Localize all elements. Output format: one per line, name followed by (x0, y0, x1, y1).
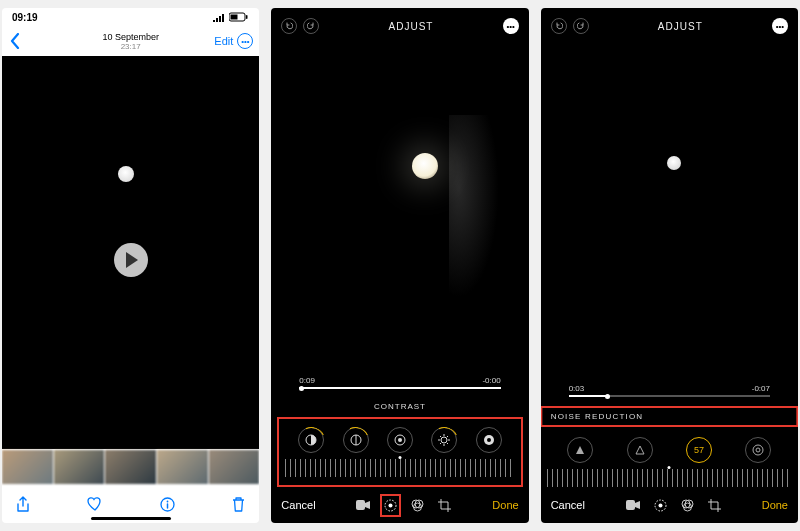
highlights-icon (394, 434, 406, 446)
dial-exposure[interactable] (343, 427, 369, 453)
tab-adjust[interactable] (384, 499, 397, 512)
dial-vignette[interactable] (745, 437, 771, 463)
home-indicator[interactable] (91, 517, 171, 520)
editor-topbar: ADJUST ••• (541, 8, 798, 44)
dial-vignette[interactable] (476, 427, 502, 453)
editor-canvas[interactable] (271, 44, 528, 376)
editor-canvas[interactable] (541, 44, 798, 384)
dial-brightness[interactable] (431, 427, 457, 453)
tab-video[interactable] (356, 500, 370, 510)
vignette-icon (752, 444, 764, 456)
trash-icon (232, 497, 245, 512)
playhead[interactable] (299, 386, 304, 391)
status-icons (212, 12, 249, 22)
photos-viewer-screen: 09:19 10 September 23:17 Edit ••• HDR (2, 8, 259, 523)
svg-rect-20 (626, 500, 635, 510)
moon-icon (667, 156, 681, 170)
edit-button[interactable]: Edit (214, 35, 233, 47)
timeline-remaining: -0:07 (752, 384, 770, 393)
editor-bottombar: Cancel Done (271, 487, 528, 523)
tab-adjust[interactable] (654, 499, 667, 512)
play-button[interactable] (114, 243, 148, 277)
crop-icon (438, 499, 451, 512)
info-icon (160, 497, 175, 512)
svg-point-14 (389, 503, 393, 507)
favorite-button[interactable] (87, 497, 103, 511)
signal-icon (212, 13, 226, 22)
tab-filters[interactable] (411, 499, 424, 512)
tab-filters[interactable] (681, 499, 694, 512)
svg-point-22 (658, 503, 662, 507)
highlight-box (277, 417, 522, 487)
filters-icon (411, 499, 424, 512)
timeline-elapsed: 0:03 (569, 384, 585, 393)
done-button[interactable]: Done (762, 499, 788, 511)
undo-button[interactable] (551, 18, 567, 34)
delete-button[interactable] (232, 497, 245, 512)
dial-noise-reduction[interactable]: 57 (686, 437, 712, 463)
timeline-track[interactable] (299, 387, 500, 389)
brightness-icon (438, 434, 450, 446)
media-viewport[interactable] (2, 56, 259, 449)
editor-more-button[interactable]: ••• (772, 18, 788, 34)
info-button[interactable] (160, 497, 175, 512)
editor-more-button[interactable]: ••• (503, 18, 519, 34)
timeline-remaining: -0:00 (482, 376, 500, 385)
adjustment-slider[interactable] (547, 469, 792, 487)
dial-sharpness[interactable] (567, 437, 593, 463)
timeline[interactable]: 0:09 -0:00 (271, 376, 528, 392)
thumb[interactable] (54, 450, 105, 484)
svg-point-6 (351, 435, 361, 445)
tab-crop[interactable] (438, 499, 451, 512)
tool-tabs (356, 499, 451, 512)
status-bar: 09:19 (2, 8, 259, 26)
adjust-contrast-screen: ADJUST ••• 0:09 -0:00 CONTRAST Cancel (271, 8, 528, 523)
contrast-icon (305, 434, 317, 446)
thumb[interactable] (105, 450, 156, 484)
redo-button[interactable] (303, 18, 319, 34)
moon-icon (412, 153, 438, 179)
more-button[interactable]: ••• (237, 33, 253, 49)
thumb[interactable] (2, 450, 53, 484)
status-time: 09:19 (12, 12, 38, 23)
editor-topbar: ADJUST ••• (271, 8, 528, 44)
svg-point-5 (306, 435, 316, 445)
svg-point-4 (167, 500, 169, 502)
timeline-track[interactable] (569, 395, 770, 397)
cloud-shape (449, 115, 499, 298)
redo-button[interactable] (573, 18, 589, 34)
svg-point-25 (683, 503, 691, 511)
thumbnail-strip[interactable] (2, 449, 259, 485)
timeline[interactable]: 0:03 -0:07 (541, 384, 798, 400)
playhead[interactable] (605, 394, 610, 399)
editor-title: ADJUST (658, 21, 703, 32)
timeline-elapsed: 0:09 (299, 376, 315, 385)
svg-point-9 (441, 437, 447, 443)
photo-date: 10 September (102, 32, 159, 42)
svg-point-8 (398, 438, 402, 442)
tab-video[interactable] (626, 500, 640, 510)
photo-time: 23:17 (102, 42, 159, 51)
dial-contrast[interactable] (298, 427, 324, 453)
cancel-button[interactable]: Cancel (551, 499, 585, 511)
done-button[interactable]: Done (492, 499, 518, 511)
heart-icon (87, 497, 103, 511)
tab-crop[interactable] (708, 499, 721, 512)
svg-rect-1 (231, 15, 238, 20)
adjust-noise-screen: ADJUST ••• 0:03 -0:07 NOISE REDUCTION 57… (541, 8, 798, 523)
dial-highlights[interactable] (387, 427, 413, 453)
nav-bar: 10 September 23:17 Edit ••• (2, 26, 259, 56)
adjustment-label: NOISE REDUCTION (541, 406, 798, 427)
adjustment-dials: 57 (547, 437, 792, 463)
share-button[interactable] (16, 496, 30, 513)
undo-button[interactable] (281, 18, 297, 34)
undo-icon (555, 22, 563, 30)
back-button[interactable] (10, 33, 20, 49)
thumb[interactable] (157, 450, 208, 484)
dial-definition[interactable] (627, 437, 653, 463)
adjustment-slider[interactable] (285, 459, 514, 477)
thumb[interactable] (209, 450, 260, 484)
cancel-button[interactable]: Cancel (281, 499, 315, 511)
svg-point-18 (753, 445, 763, 455)
definition-icon (634, 444, 646, 456)
